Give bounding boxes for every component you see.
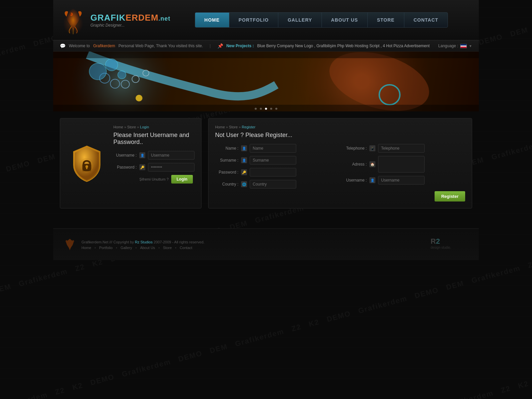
nav-store[interactable]: STORE	[368, 13, 404, 27]
reg-address-row: Adress : 🏠	[343, 156, 465, 173]
language-label: Language :	[438, 44, 458, 48]
login-button[interactable]: Login	[171, 175, 193, 184]
reg-breadcrumb-store[interactable]: Store	[229, 125, 238, 129]
footer-nav-store[interactable]: Store	[163, 246, 172, 250]
reg-telephone-input[interactable]	[378, 144, 425, 153]
logo-text: GRAFIKERDEM.net Graphic Designer...	[90, 13, 171, 28]
footer-left: Grafikerdem.Net /// Copyright by Rz Stud…	[63, 237, 204, 252]
reg-password-row: Password : 🔑	[215, 168, 337, 177]
footer-studio-link[interactable]: Rz Studios	[135, 240, 153, 244]
svg-text:R2: R2	[431, 237, 440, 245]
footer-nav-home[interactable]: Home	[81, 246, 91, 250]
register-right: Telephone : 📱 Adress : 🏠 Username : 👤	[343, 144, 465, 201]
brand-grafik: GRAFIK	[90, 13, 126, 23]
nav-container: HOME PORTFOLIO GALLERY ABOUT US STORE CO…	[195, 12, 448, 28]
brand-net: .net	[159, 15, 171, 22]
reg-telephone-icon: 📱	[369, 145, 375, 151]
reg-button-area: Register	[343, 188, 465, 201]
logo-brand: GRAFIKERDEM.net	[90, 13, 171, 23]
reg-password-input[interactable]	[250, 168, 296, 177]
welcome-rest: Personal Web Page, Thank You visited thi…	[118, 44, 203, 48]
svg-point-2	[70, 14, 71, 15]
hero-banner	[53, 52, 479, 111]
welcome-text: Welcome to	[69, 44, 90, 48]
nav-contact[interactable]: CONTACT	[404, 13, 448, 27]
username-row: Username : 👤	[113, 151, 195, 160]
footer-copyright: Grafikerdem.Net /// Copyright by Rz Stud…	[81, 239, 204, 246]
site-footer: Grafikerdem.Net /// Copyright by Rz Stud…	[53, 228, 479, 260]
main-nav: HOME PORTFOLIO GALLERY ABOUT US STORE CO…	[171, 12, 472, 28]
reg-address-input[interactable]	[378, 156, 425, 173]
footer-nav: Home • Portfolio • Gallery • About Us • …	[81, 246, 204, 250]
register-columns: Name : 👤 Surname : 👤 Password : 🔑	[215, 144, 465, 201]
register-button[interactable]: Register	[435, 191, 465, 201]
username-input[interactable]	[148, 151, 195, 160]
reg-surname-input[interactable]	[250, 156, 296, 165]
site-header: GRAFIKERDEM.net Graphic Designer... HOME…	[53, 0, 479, 40]
footer-text-area: Grafikerdem.Net /// Copyright by Rz Stud…	[81, 239, 204, 250]
login-form: Home » Store » Login Please Insert Usern…	[113, 125, 195, 201]
reg-username-input[interactable]	[378, 176, 425, 185]
footer-nav-about[interactable]: About Us	[140, 246, 155, 250]
login-section: Home » Store » Login Please Insert Usern…	[60, 118, 201, 208]
brand-link[interactable]: Grafikerdem	[93, 44, 115, 48]
reg-username-icon: 👤	[369, 177, 375, 183]
breadcrumb-home[interactable]: Home	[113, 125, 123, 129]
arrow-icon: 📌	[217, 43, 223, 49]
content-area: Home » Store » Login Please Insert Usern…	[53, 111, 479, 215]
login-breadcrumb: Home » Store » Login	[113, 125, 195, 129]
login-actions: Şifremi Unuttum ? Login	[113, 175, 195, 184]
reg-surname-label: Surname :	[215, 158, 238, 163]
flag-uk	[460, 44, 467, 48]
reg-password-icon: 🔑	[241, 169, 247, 175]
nav-portfolio[interactable]: PORTFOLIO	[229, 13, 279, 27]
reg-country-input[interactable]	[250, 180, 296, 189]
nav-gallery[interactable]: GALLERY	[278, 13, 322, 27]
breadcrumb-store[interactable]: Store	[127, 125, 136, 129]
reg-password-label: Password :	[215, 170, 238, 175]
reg-name-icon: 👤	[241, 145, 247, 151]
register-breadcrumb: Home » Store » Register	[215, 125, 465, 129]
announce-bar: 💬 Welcome to Grafikerdem Personal Web Pa…	[53, 40, 479, 52]
svg-text:design studio.: design studio.	[431, 246, 451, 249]
reg-name-row: Name : 👤	[215, 144, 337, 153]
password-row: Password : 🔑	[113, 163, 195, 172]
brand-erdem: ERDEM	[126, 13, 159, 23]
logo-icon	[60, 5, 86, 35]
svg-rect-5	[86, 167, 87, 169]
forgot-password-link[interactable]: Şifremi Unuttum ?	[139, 177, 169, 181]
nav-about[interactable]: ABOUT US	[322, 13, 368, 27]
register-title: Not User ? Please Register...	[215, 132, 465, 139]
reg-surname-icon: 👤	[241, 157, 247, 163]
password-input[interactable]	[148, 163, 195, 172]
nav-home[interactable]: HOME	[195, 13, 229, 27]
register-section: Home » Store » Register Not User ? Pleas…	[208, 118, 472, 208]
shield-svg	[68, 143, 105, 183]
language-selector[interactable]: Language : ▼	[438, 44, 472, 48]
reg-surname-row: Surname : 👤	[215, 156, 337, 165]
projects-text: Blue Berry Company New Logo , Grafibiliş…	[257, 44, 430, 48]
footer-nav-gallery[interactable]: Gallery	[120, 246, 132, 250]
login-title: Please Insert Username and Password..	[113, 132, 195, 146]
reg-address-label: Adress :	[343, 162, 367, 167]
reg-address-icon: 🏠	[369, 161, 375, 167]
reg-name-label: Name :	[215, 146, 238, 151]
footer-nav-portfolio[interactable]: Portfolio	[99, 246, 112, 250]
reg-breadcrumb-register[interactable]: Register	[242, 125, 255, 129]
new-projects-label: New Projects :	[226, 44, 254, 48]
reg-breadcrumb-home[interactable]: Home	[215, 125, 225, 129]
footer-logo	[63, 237, 76, 252]
reg-country-row: Country : 🌐	[215, 180, 337, 189]
footer-nav-contact[interactable]: Contact	[180, 246, 192, 250]
user-icon: 👤	[139, 152, 145, 158]
separator: |	[210, 44, 211, 48]
dropdown-arrow: ▼	[469, 44, 472, 48]
reg-country-icon: 🌐	[241, 181, 247, 187]
reg-name-input[interactable]	[250, 144, 296, 153]
breadcrumb-login[interactable]: Login	[140, 125, 149, 129]
footer-right: R2 design studio.	[429, 235, 469, 253]
reg-telephone-row: Telephone : 📱	[343, 144, 465, 153]
chat-icon: 💬	[60, 43, 66, 49]
logo-subtitle: Graphic Designer...	[90, 23, 171, 28]
reg-username-label: Username :	[343, 178, 367, 183]
